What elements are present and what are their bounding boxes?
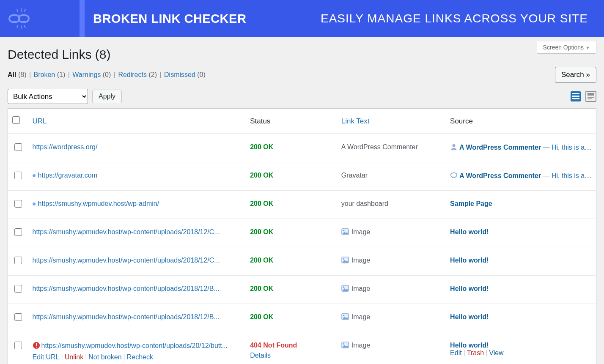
filter-broken[interactable]: Broken bbox=[34, 71, 55, 78]
filter-warnings[interactable]: Warnings bbox=[72, 71, 101, 78]
filter-dismissed[interactable]: Dismissed bbox=[164, 71, 195, 78]
url-link[interactable]: https://wordpress.org/ bbox=[33, 143, 98, 151]
source-snippet: — Hi, this is a co... bbox=[541, 144, 596, 151]
row-checkbox[interactable] bbox=[14, 143, 22, 151]
filter-all[interactable]: All bbox=[8, 71, 16, 78]
image-icon bbox=[341, 228, 349, 237]
svg-rect-14 bbox=[588, 97, 594, 98]
source-link[interactable]: A WordPress Commenter bbox=[459, 144, 541, 151]
svg-rect-15 bbox=[588, 99, 592, 99]
bulk-actions-select[interactable]: Bulk Actions bbox=[8, 89, 88, 104]
view-switch bbox=[570, 91, 596, 102]
svg-point-18 bbox=[343, 230, 344, 232]
link-text: Image bbox=[351, 313, 370, 320]
url-link[interactable]: https://smushy.wpmudev.host/wp-content/u… bbox=[33, 228, 220, 235]
source-link[interactable]: Sample Page bbox=[450, 200, 492, 207]
table-row: https://smushy.wpmudev.host/wp-content/u… bbox=[8, 304, 596, 332]
table-row: https://smushy.wpmudev.host/wp-admin/200… bbox=[8, 191, 596, 219]
chevron-down-icon: ▼ bbox=[585, 45, 590, 50]
status-text: 404 Not Found bbox=[250, 342, 297, 349]
row-checkbox[interactable] bbox=[14, 228, 22, 236]
link-text: Gravatar bbox=[341, 172, 368, 179]
apply-button[interactable]: Apply bbox=[92, 90, 122, 103]
url-link[interactable]: https://smushy.wpmudev.host/wp-content/u… bbox=[33, 313, 220, 320]
trash-action[interactable]: Trash bbox=[467, 349, 484, 356]
row-checkbox[interactable] bbox=[14, 285, 22, 293]
page-title: Detected Links (8) bbox=[8, 47, 596, 62]
recheck-action[interactable]: Recheck bbox=[127, 353, 153, 361]
url-link[interactable]: https://smushy.wpmudev.host/wp-content/u… bbox=[33, 285, 220, 292]
url-link[interactable]: https://smushy.wpmudev.host/wp-content/u… bbox=[41, 342, 228, 349]
col-url[interactable]: URL bbox=[33, 117, 47, 125]
source-link[interactable]: Hello world! bbox=[450, 313, 489, 320]
screen-options-button[interactable]: Screen Options▼ bbox=[537, 41, 596, 54]
banner-tagline: EASILY MANAGE LINKS ACROSS YOUR SITE bbox=[321, 12, 588, 25]
source-link[interactable]: A WordPress Commenter bbox=[459, 172, 541, 179]
status-text: 200 OK bbox=[250, 228, 273, 235]
details-link[interactable]: Details bbox=[250, 352, 333, 359]
svg-rect-27 bbox=[36, 347, 37, 348]
status-text: 200 OK bbox=[250, 143, 273, 151]
plugin-logo bbox=[0, 0, 40, 37]
table-row: https://wordpress.org/200 OKA WordPress … bbox=[8, 134, 596, 162]
image-icon bbox=[341, 342, 349, 350]
unlink-action[interactable]: Unlink bbox=[65, 353, 83, 361]
user-icon bbox=[450, 143, 458, 153]
link-text: Image bbox=[351, 257, 370, 264]
row-checkbox[interactable] bbox=[14, 257, 22, 264]
error-icon bbox=[33, 342, 40, 351]
image-icon bbox=[341, 285, 349, 293]
redirect-icon bbox=[33, 203, 36, 205]
url-link[interactable]: https://gravatar.com bbox=[38, 172, 98, 179]
svg-rect-10 bbox=[572, 96, 579, 97]
link-text: Image bbox=[351, 342, 370, 349]
banner: BROKEN LINK CHECKER EASILY MANAGE LINKS … bbox=[0, 0, 604, 37]
svg-rect-11 bbox=[572, 98, 579, 99]
table-row: https://smushy.wpmudev.host/wp-content/u… bbox=[8, 219, 596, 247]
svg-line-2 bbox=[17, 9, 18, 12]
banner-title: BROKEN LINK CHECKER bbox=[93, 12, 246, 26]
col-status: Status bbox=[250, 117, 270, 125]
status-text: 200 OK bbox=[250, 285, 273, 292]
link-text: Image bbox=[351, 285, 370, 292]
row-checkbox[interactable] bbox=[14, 172, 22, 179]
image-icon bbox=[341, 313, 349, 322]
row-checkbox[interactable] bbox=[14, 313, 22, 321]
row-checkbox[interactable] bbox=[14, 200, 22, 208]
source-snippet: — Hi, this is a co... bbox=[541, 172, 596, 179]
svg-rect-9 bbox=[572, 93, 579, 94]
svg-line-7 bbox=[24, 25, 25, 28]
filter-redirects[interactable]: Redirects bbox=[118, 71, 147, 78]
col-linktext[interactable]: Link Text bbox=[341, 117, 370, 125]
excerpt-view-icon[interactable] bbox=[585, 91, 596, 102]
edit-source-action[interactable]: Edit bbox=[450, 349, 462, 356]
list-view-icon[interactable] bbox=[570, 91, 581, 102]
table-row: https://gravatar.com200 OKGravatarA Word… bbox=[8, 162, 596, 191]
svg-point-24 bbox=[343, 315, 344, 317]
row-checkbox[interactable] bbox=[14, 342, 22, 349]
view-action[interactable]: View bbox=[489, 349, 503, 356]
svg-rect-12 bbox=[586, 91, 596, 101]
redirect-icon bbox=[33, 174, 36, 177]
table-row: https://smushy.wpmudev.host/wp-content/u… bbox=[8, 247, 596, 276]
status-text: 200 OK bbox=[250, 172, 273, 179]
select-all-checkbox[interactable] bbox=[12, 116, 20, 124]
svg-point-16 bbox=[451, 173, 457, 178]
svg-point-29 bbox=[343, 343, 344, 345]
source-link[interactable]: Hello world! bbox=[450, 257, 489, 264]
source-link[interactable]: Hello world! bbox=[450, 228, 489, 235]
banner-accent bbox=[80, 0, 85, 37]
edit-url-action[interactable]: Edit URL bbox=[33, 353, 60, 361]
search-button[interactable]: Search » bbox=[555, 67, 596, 83]
source-link[interactable]: Hello world! bbox=[450, 285, 489, 292]
source-row-actions: Edit|Trash|View bbox=[450, 349, 592, 357]
svg-point-20 bbox=[343, 258, 344, 260]
links-table: URL Status Link Text Source https://word… bbox=[8, 108, 596, 364]
url-link[interactable]: https://smushy.wpmudev.host/wp-admin/ bbox=[38, 200, 159, 207]
svg-line-4 bbox=[24, 9, 25, 12]
status-text: 200 OK bbox=[250, 257, 273, 264]
not-broken-action[interactable]: Not broken bbox=[88, 353, 121, 361]
url-link[interactable]: https://smushy.wpmudev.host/wp-content/u… bbox=[33, 257, 220, 264]
filter-bar: All (8) | Broken (1) | Warnings (0) | Re… bbox=[8, 71, 206, 79]
source-link[interactable]: Hello world! bbox=[450, 342, 489, 349]
